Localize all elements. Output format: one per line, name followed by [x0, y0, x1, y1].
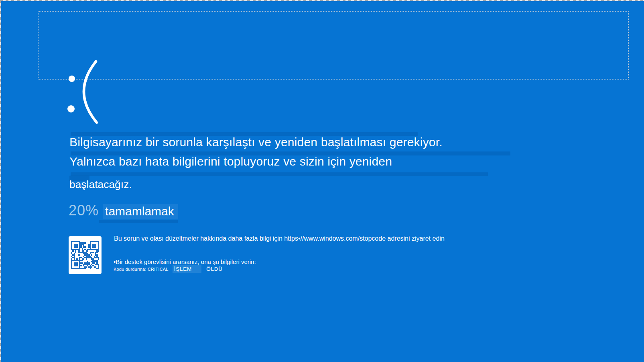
- info-text: Bu sorun ve olası düzeltmeler hakkında d…: [114, 235, 445, 242]
- artifact-ghost-line: [71, 172, 488, 176]
- stop-code-word-2: ÖLDÜ: [206, 266, 223, 272]
- qr-code: [69, 236, 102, 274]
- selection-border-top: [0, 0, 644, 1]
- qr-code-icon: [71, 241, 99, 269]
- headline-line-2: Yalnızca bazı hata bilgilerini topluyoru…: [69, 155, 392, 168]
- sad-face-icon: [65, 57, 105, 126]
- headline-line-1: Bilgisayarınız bir sorunla karşılaştı ve…: [69, 135, 443, 149]
- progress-label: tamamlamak: [103, 204, 178, 219]
- support-text: •Bir destek görevlisini ararsanız, ona ş…: [114, 258, 256, 265]
- bsod-screen: Bilgisayarınız bir sorunla karşılaştı ve…: [0, 0, 644, 362]
- stop-code-word-1: İŞLEM: [173, 265, 202, 273]
- selection-border-left: [0, 0, 1, 362]
- placeholder-dotted-box: [38, 11, 629, 80]
- sad-face-emoticon: [65, 57, 105, 127]
- stop-code-prefix: Kodu durdurma: CRITICAL: [114, 267, 169, 272]
- headline-line-3: başlatacağız.: [69, 178, 132, 191]
- stop-code-line: Kodu durdurma: CRITICALİŞLEMÖLDÜ: [114, 266, 223, 272]
- artifact-ghost-line: [99, 220, 178, 223]
- progress-line: 20%tamamlamak: [69, 202, 178, 219]
- progress-percent: 20%: [69, 202, 99, 219]
